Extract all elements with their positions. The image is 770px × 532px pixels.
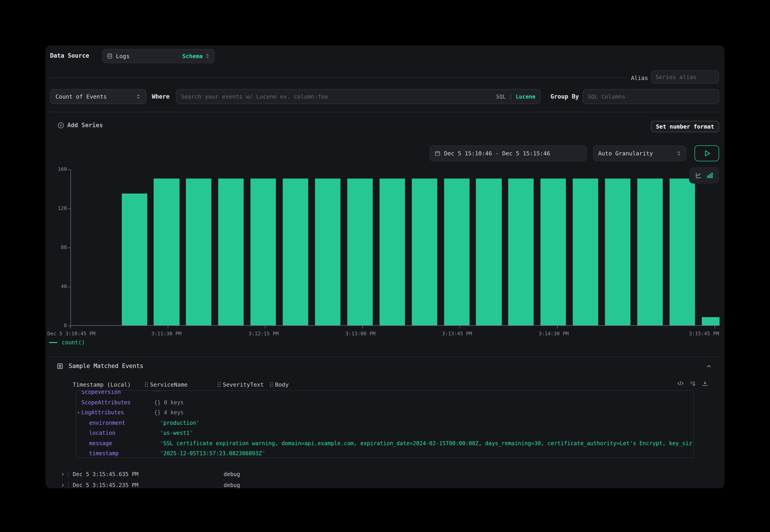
download-icon[interactable] [702, 380, 708, 387]
chart-bar[interactable] [122, 193, 147, 326]
search-placeholder: Search your events w/ Lucene ex. column:… [181, 93, 328, 100]
json-row-environment[interactable]: environment"production" [76, 418, 693, 428]
column-separator [68, 471, 69, 477]
event-row[interactable]: Dec 5 3:15:45.235 PMdebug [45, 480, 719, 488]
expand-triangle-icon[interactable]: ▾ [77, 410, 80, 415]
column-header-timestamp-local-[interactable]: Timestamp (Local) [73, 381, 131, 388]
json-row-ScopeVersion[interactable]: ScopeVersion"" [76, 390, 693, 397]
chart-type-toggle [689, 167, 719, 184]
y-axis-tick [67, 209, 70, 209]
run-query-button[interactable] [695, 145, 719, 161]
column-header-servicename[interactable]: ServiceName [144, 381, 188, 388]
y-axis-label: 0 [64, 322, 67, 328]
alias-label: Alias [631, 75, 648, 81]
add-series-button[interactable]: Add Series [58, 122, 103, 129]
page-background: Data Source Logs Schema Alias Series ali… [0, 0, 770, 532]
json-row-LogAttributes[interactable]: ▾LogAttributes{} 4 keys [76, 408, 693, 418]
chart-bar[interactable] [702, 317, 719, 326]
schema-link[interactable]: Schema [182, 53, 203, 60]
chart-bar[interactable] [605, 179, 631, 326]
chart-bar[interactable] [541, 179, 566, 326]
x-axis-label: 3:13:45 PM [442, 331, 472, 337]
drag-handle-icon[interactable] [144, 382, 148, 388]
column-header-body[interactable]: Body [269, 381, 289, 388]
y-axis-tick [67, 248, 70, 248]
json-row-timestamp[interactable]: timestamp"2025-12-05T13:57:23.082306893Z… [76, 448, 693, 458]
event-detail-panel: ScopeVersion""ScopeAttributes{} 0 keys▾L… [76, 390, 694, 458]
chevron-right-icon[interactable] [60, 483, 65, 487]
alias-input[interactable]: Series alias [651, 70, 719, 84]
chart-bar[interactable] [315, 179, 340, 326]
data-source-select[interactable]: Logs Schema [102, 49, 214, 63]
x-axis-label: 3:13:00 PM [345, 331, 375, 337]
x-axis-tick [557, 326, 558, 328]
wrap-text-icon[interactable] [690, 380, 696, 387]
sql-mode-toggle[interactable]: SQL [496, 93, 506, 100]
set-number-format-label: Set number format [656, 123, 714, 130]
chart-bar[interactable] [670, 179, 695, 326]
chart-bar[interactable] [186, 179, 211, 326]
chevron-updown-icon [205, 54, 210, 59]
json-row-location[interactable]: location"us-west1" [76, 428, 693, 438]
alias-placeholder: Series alias [656, 74, 697, 80]
json-row-ScopeAttributes[interactable]: ScopeAttributes{} 0 keys [76, 397, 693, 408]
legend-swatch [49, 342, 57, 343]
aggregate-select[interactable]: Count of Events [50, 89, 146, 104]
x-axis-tick [70, 326, 71, 328]
event-row[interactable]: Dec 5 3:15:45.635 PMdebug [45, 469, 719, 479]
events-toolbar [677, 380, 708, 387]
y-axis-label: 40 [61, 283, 67, 289]
search-input[interactable]: Search your events w/ Lucene ex. column:… [176, 89, 541, 104]
group-by-input[interactable]: SQL Columns [583, 89, 719, 104]
divider-events [49, 357, 719, 357]
set-number-format-button[interactable]: Set number format [651, 121, 719, 132]
code-icon[interactable] [677, 380, 684, 387]
chart-bar[interactable] [250, 179, 276, 326]
y-axis-tick [67, 169, 70, 170]
events-bar-chart[interactable] [70, 169, 719, 326]
chart-legend: count() [49, 339, 85, 346]
column-separator [68, 482, 69, 488]
chart-bar[interactable] [637, 179, 663, 326]
drag-handle-icon[interactable] [269, 382, 273, 388]
divider-top [50, 77, 628, 78]
sample-events-header[interactable]: Sample Matched Events [57, 363, 143, 369]
chart-bar[interactable] [379, 179, 405, 326]
chart-bar[interactable] [154, 179, 179, 326]
chart-bar[interactable] [347, 179, 373, 326]
lucene-mode-toggle[interactable]: Lucene [516, 93, 536, 100]
collapse-chevron-icon[interactable] [706, 363, 712, 369]
chevron-updown-icon [136, 94, 141, 99]
granularity-select[interactable]: Auto Granularity [593, 145, 686, 161]
chart-bar[interactable] [283, 179, 308, 326]
query-builder-panel: Data Source Logs Schema Alias Series ali… [45, 45, 725, 488]
chevron-right-icon[interactable] [60, 472, 65, 477]
line-chart-icon[interactable] [695, 172, 702, 179]
chart-bar[interactable] [444, 179, 469, 326]
legend-label: count() [62, 339, 85, 346]
json-row-message[interactable]: message"SSL certificate expiration warni… [76, 438, 693, 448]
divider-query [49, 112, 719, 112]
chart-bar[interactable] [509, 179, 534, 326]
y-axis-tick [67, 326, 70, 326]
database-icon [107, 53, 113, 59]
chart-bar[interactable] [476, 179, 502, 326]
x-axis-label: Dec 5 3:10:45 PM [47, 331, 95, 337]
column-header-severitytext[interactable]: SeverityText [217, 381, 264, 388]
chart-bar[interactable] [412, 179, 437, 326]
time-range-value: Dec 5 15:10:46 - Dec 5 15:15:46 [444, 150, 550, 157]
x-axis-tick [167, 326, 168, 328]
chart-bar[interactable] [218, 179, 244, 326]
time-range-picker[interactable]: Dec 5 15:10:46 - Dec 5 15:15:46 [430, 145, 587, 161]
x-axis-tick [362, 326, 363, 328]
mode-divider: | [509, 93, 512, 100]
bar-chart-icon[interactable] [706, 172, 713, 179]
aggregate-value: Count of Events [55, 93, 107, 100]
drag-handle-icon[interactable] [217, 382, 221, 388]
play-icon [703, 149, 711, 157]
chevron-updown-icon [676, 151, 681, 156]
x-axis-label: 3:15:45 PM [689, 331, 719, 337]
data-source-value: Logs [116, 53, 129, 60]
chart-bar[interactable] [573, 179, 598, 326]
granularity-value: Auto Granularity [598, 150, 653, 157]
